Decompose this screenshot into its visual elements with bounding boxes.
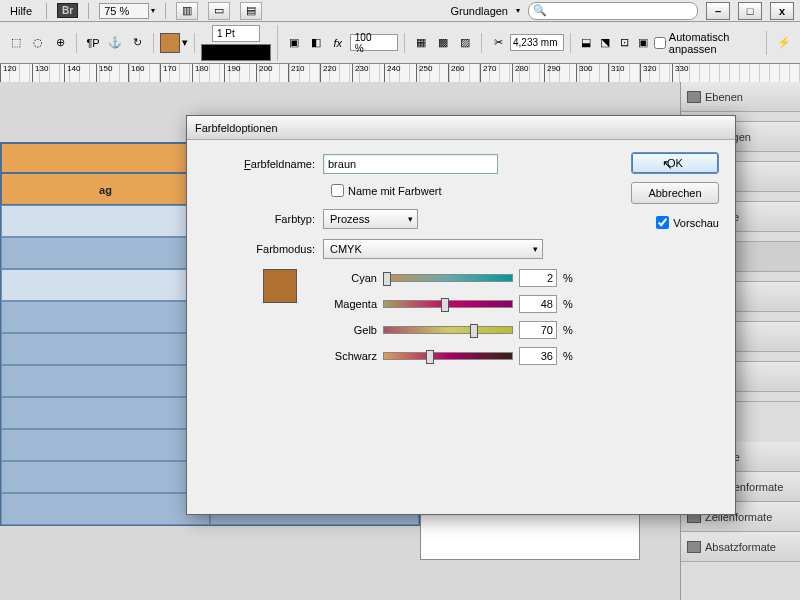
color-type-label: Farbtyp: (203, 213, 323, 225)
ruler-ticks: 1201301401501601701801902002102202302402… (0, 64, 800, 82)
dialog-title: Farbfeldoptionen (195, 122, 278, 134)
content-grabber-icon[interactable]: ⊕ (50, 33, 70, 53)
drop-shadow-icon[interactable]: ◧ (306, 33, 326, 53)
bridge-badge[interactable]: Br (57, 3, 78, 18)
magenta-value-input[interactable] (519, 295, 557, 313)
text-wrap-icon[interactable]: ▦ (411, 33, 431, 53)
center-content-icon[interactable]: ⊡ (615, 33, 632, 53)
panel-tab[interactable]: Ebenen (681, 82, 800, 112)
panel-icon (687, 91, 701, 103)
fill-swatch[interactable] (160, 33, 180, 53)
name-with-value-label: Name mit Farbwert (348, 185, 442, 197)
percent-label: % (563, 298, 577, 310)
text-wrap-jump-icon[interactable]: ▨ (455, 33, 475, 53)
text-wrap-around-icon[interactable]: ▩ (433, 33, 453, 53)
paragraph-icon[interactable]: ¶P (83, 33, 103, 53)
panel-label: Absatzformate (705, 541, 776, 553)
effects-icon[interactable]: ▣ (284, 33, 304, 53)
cancel-button[interactable]: Abbrechen (631, 182, 719, 204)
selection-icon[interactable]: ⬚ (6, 33, 26, 53)
crop-icon[interactable]: ✂ (488, 33, 508, 53)
screen-mode-icon[interactable]: ▭ (208, 2, 230, 20)
ok-button[interactable]: OK ↖ (631, 152, 719, 174)
zoom-control[interactable]: 75 % ▾ (99, 3, 155, 19)
stroke-weight-select[interactable]: 1 Pt (212, 25, 260, 42)
percent-label: % (563, 272, 577, 284)
fit-content-icon[interactable]: ⬓ (577, 33, 594, 53)
window-maximize-button[interactable]: □ (738, 2, 762, 20)
anchor-icon[interactable]: ⚓ (105, 33, 125, 53)
frame-width-input[interactable] (510, 34, 564, 51)
ruler-tick: 130 (32, 64, 64, 82)
panel-label: Ebenen (705, 91, 743, 103)
cyan-value-input[interactable] (519, 269, 557, 287)
ruler-tick: 310 (608, 64, 640, 82)
menu-bar: Hilfe Br 75 % ▾ ▥ ▭ ▤ Grundlagen ▾ 🔍 – □… (0, 0, 800, 22)
ruler-tick: 200 (256, 64, 288, 82)
preview-checkbox[interactable]: Vorschau (656, 216, 719, 229)
ruler-tick: 220 (320, 64, 352, 82)
magenta-slider[interactable] (383, 300, 513, 308)
cancel-button-label: Abbrechen (648, 187, 701, 199)
fx-icon[interactable]: fx (328, 33, 348, 53)
preview-box[interactable] (656, 216, 669, 229)
menu-help[interactable]: Hilfe (6, 3, 36, 19)
fit-frame-icon[interactable]: ⬔ (596, 33, 613, 53)
ruler-tick: 240 (384, 64, 416, 82)
black-value-input[interactable] (519, 347, 557, 365)
quick-apply-icon[interactable]: ⚡ (773, 36, 794, 49)
swatch-name-input[interactable] (323, 154, 498, 174)
auto-fit-label: Automatisch anpassen (669, 31, 761, 55)
arrange-icon[interactable]: ▤ (240, 2, 262, 20)
auto-fit-box[interactable] (654, 37, 666, 49)
opacity-select[interactable]: 100 % (350, 34, 398, 51)
dialog-titlebar[interactable]: Farbfeldoptionen (187, 116, 735, 140)
black-label: Schwarz (317, 350, 377, 362)
cyan-slider[interactable] (383, 274, 513, 282)
ruler-tick: 190 (224, 64, 256, 82)
chevron-down-icon[interactable]: ▾ (151, 6, 155, 15)
table-header-cell: ag (1, 173, 210, 205)
zoom-value[interactable]: 75 % (99, 3, 149, 19)
workspace-switcher[interactable]: Grundlagen (451, 5, 509, 17)
search-input[interactable]: 🔍 (528, 2, 698, 20)
yellow-value-input[interactable] (519, 321, 557, 339)
menu-separator (46, 3, 47, 19)
yellow-slider[interactable] (383, 326, 513, 334)
ruler-tick: 330 (672, 64, 704, 82)
view-options-icon[interactable]: ▥ (176, 2, 198, 20)
control-toolbar: ⬚ ◌ ⊕ ¶P ⚓ ↻ ▾ 1 Pt ▣ ◧ fx 100 % ▦ ▩ ▨ ✂… (0, 22, 800, 64)
percent-label: % (563, 350, 577, 362)
ruler-tick: 300 (576, 64, 608, 82)
magenta-label: Magenta (317, 298, 377, 310)
ruler-tick: 320 (640, 64, 672, 82)
window-minimize-button[interactable]: – (706, 2, 730, 20)
fill-frame-icon[interactable]: ▣ (635, 33, 652, 53)
color-mode-label: Farbmodus: (203, 243, 323, 255)
menu-separator (165, 3, 166, 19)
ruler-tick: 260 (448, 64, 480, 82)
color-type-select[interactable]: Prozess (323, 209, 418, 229)
ruler-tick: 140 (64, 64, 96, 82)
rotate-icon[interactable]: ↻ (127, 33, 147, 53)
panel-tab[interactable]: Absatzformate (681, 532, 800, 562)
chevron-down-icon[interactable]: ▾ (182, 36, 188, 49)
preview-label: Vorschau (673, 217, 719, 229)
window-close-button[interactable]: x (770, 2, 794, 20)
chevron-down-icon[interactable]: ▾ (516, 6, 520, 15)
color-mode-select[interactable]: CMYK (323, 239, 543, 259)
ruler-tick: 250 (416, 64, 448, 82)
auto-fit-checkbox[interactable]: Automatisch anpassen (654, 31, 761, 55)
ruler-tick: 280 (512, 64, 544, 82)
name-with-value-checkbox[interactable] (331, 184, 344, 197)
menu-separator (88, 3, 89, 19)
selection-dashed-icon[interactable]: ◌ (28, 33, 48, 53)
black-slider[interactable] (383, 352, 513, 360)
ruler-tick: 210 (288, 64, 320, 82)
cyan-label: Cyan (317, 272, 377, 284)
stroke-style-preview[interactable] (201, 44, 271, 61)
ruler-tick: 170 (160, 64, 192, 82)
ruler-tick: 270 (480, 64, 512, 82)
yellow-label: Gelb (317, 324, 377, 336)
ruler-tick: 180 (192, 64, 224, 82)
